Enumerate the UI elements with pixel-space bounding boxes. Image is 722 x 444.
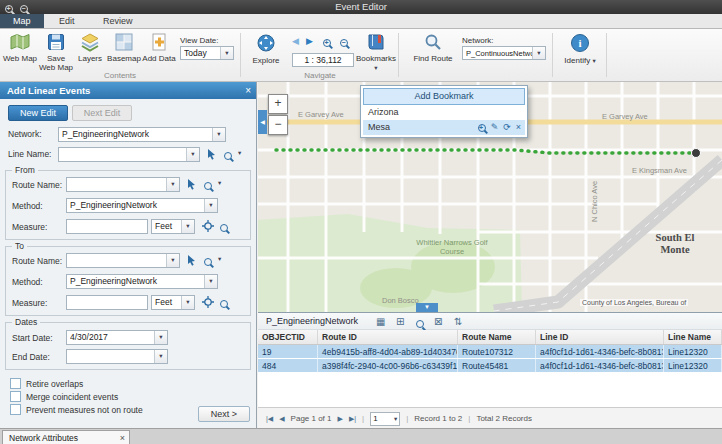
save-web-map-button[interactable]: Save Web Map: [38, 32, 74, 72]
retire-overlaps-checkbox[interactable]: Retire overlaps: [10, 378, 83, 389]
column-header[interactable]: Line Name: [664, 330, 722, 344]
search-measure-icon[interactable]: [220, 222, 228, 232]
next-button[interactable]: Next >: [198, 406, 250, 422]
scale-input[interactable]: 1 : 36,112: [292, 53, 354, 67]
pick-measure-on-map-icon[interactable]: [202, 220, 214, 234]
identify-button[interactable]: i Identify ▾: [558, 32, 602, 65]
open-table-icon[interactable]: ⊞: [396, 315, 404, 328]
checkbox-icon[interactable]: [10, 404, 21, 415]
network-select[interactable]: P_ContinuousNetwork ▾: [462, 46, 546, 60]
bookmarks-popup: Add Bookmark Arizona Mesa ✎ ⟳ ×: [360, 85, 528, 138]
add-data-button[interactable]: Add Data: [142, 32, 176, 63]
web-map-button[interactable]: Web Map: [2, 32, 38, 63]
from-measure-input[interactable]: [66, 219, 148, 234]
prevent-measures-checkbox[interactable]: Prevent measures not on route: [10, 404, 143, 415]
end-date-input[interactable]: ▾: [66, 349, 168, 364]
previous-page-icon[interactable]: ◀: [279, 415, 284, 423]
clear-selection-icon[interactable]: ⊠: [434, 315, 442, 328]
zoom-to-selection-icon[interactable]: [416, 317, 424, 330]
bookmark-item-arizona[interactable]: Arizona: [363, 105, 525, 120]
network-select[interactable]: P_EngineeringNetwork ▾: [58, 127, 226, 142]
chevron-down-icon[interactable]: ▾: [532, 47, 545, 59]
from-measure-unit-select[interactable]: Feet ▾: [151, 219, 195, 234]
chevron-down-icon[interactable]: ▾: [166, 254, 179, 267]
bookmark-delete-icon[interactable]: ×: [516, 120, 521, 135]
column-header[interactable]: Line ID: [536, 330, 664, 344]
chevron-down-icon[interactable]: ▾: [220, 47, 233, 59]
bookmark-edit-icon[interactable]: ✎: [491, 120, 499, 135]
checkbox-icon[interactable]: [10, 391, 21, 402]
tab-edit[interactable]: Edit: [46, 14, 88, 28]
zoom-out-tool-icon[interactable]: [340, 37, 348, 47]
merge-coincident-events-checkbox[interactable]: Merge coincident events: [10, 391, 118, 402]
search-route-icon[interactable]: [204, 256, 212, 266]
bookmark-item-mesa[interactable]: Mesa ✎ ⟳ ×: [363, 120, 525, 135]
chevron-down-icon[interactable]: ▾: [154, 350, 167, 363]
previous-extent-icon[interactable]: ◀: [292, 36, 299, 46]
checkbox-icon[interactable]: [10, 378, 21, 389]
tab-close-icon[interactable]: ×: [120, 431, 125, 444]
table-row[interactable]: 19 4eb9415b-aff8-4d04-ab89-1d40347682b2 …: [258, 345, 722, 359]
chevron-down-icon[interactable]: ▾: [154, 331, 167, 344]
chevron-down-icon[interactable]: ▾: [181, 296, 194, 309]
chevron-down-icon[interactable]: ▾: [186, 148, 199, 161]
chevron-down-icon[interactable]: ▾: [204, 199, 217, 212]
to-measure-unit-select[interactable]: Feet ▾: [151, 295, 195, 310]
chevron-down-icon[interactable]: ▾: [218, 255, 221, 263]
tab-network-attributes[interactable]: Network Attributes ×: [2, 430, 130, 444]
chevron-down-icon[interactable]: ▾: [218, 179, 221, 187]
panel-close-icon[interactable]: ×: [245, 82, 251, 99]
select-route-on-map-icon[interactable]: [186, 254, 197, 268]
to-measure-input[interactable]: [66, 295, 148, 310]
search-route-icon[interactable]: [204, 180, 212, 190]
bookmark-refresh-icon[interactable]: ⟳: [503, 120, 511, 135]
from-method-select[interactable]: P_EngineeringNetwork ▾: [66, 198, 218, 213]
new-edit-button[interactable]: New Edit: [8, 105, 68, 121]
map-zoom-in-button[interactable]: +: [268, 94, 288, 114]
pick-measure-on-map-icon[interactable]: [202, 296, 214, 310]
last-page-icon[interactable]: ▶|: [349, 415, 356, 423]
tab-review[interactable]: Review: [90, 14, 146, 28]
line-name-select[interactable]: ▾: [58, 147, 200, 162]
to-route-name-select[interactable]: ▾: [66, 253, 180, 268]
chevron-down-icon[interactable]: ▾: [181, 220, 194, 233]
select-line-on-map-icon[interactable]: [206, 148, 217, 162]
find-route-button[interactable]: Find Route: [410, 32, 456, 63]
select-route-on-map-icon[interactable]: [186, 178, 197, 192]
table-row[interactable]: 484 a398f4fc-2940-4c00-96b6-c63439f1711 …: [258, 359, 722, 373]
bookmark-zoom-to-icon[interactable]: [478, 120, 486, 135]
bookmarks-button[interactable]: Bookmarks ▾: [356, 32, 396, 72]
switch-table-icon[interactable]: ▦: [376, 315, 385, 328]
zoom-in-tool-icon[interactable]: [323, 37, 331, 47]
search-measure-icon[interactable]: [220, 298, 228, 308]
from-route-name-select[interactable]: ▾: [66, 177, 180, 192]
sort-icon[interactable]: ⇅: [454, 315, 462, 328]
map-zoom-out-button[interactable]: −: [268, 115, 288, 135]
start-date-input[interactable]: 4/30/2017 ▾: [66, 330, 168, 345]
next-page-icon[interactable]: ▶: [338, 415, 343, 423]
basemap-button[interactable]: Basemap: [106, 32, 142, 63]
chevron-down-icon[interactable]: ▾: [238, 149, 241, 157]
street-label: E Garvey Ave: [298, 110, 344, 119]
column-header[interactable]: OBJECTID: [258, 330, 318, 344]
column-header[interactable]: Route Name: [458, 330, 536, 344]
chevron-down-icon[interactable]: ▾: [166, 178, 179, 191]
explore-button[interactable]: Explore: [246, 32, 286, 65]
explore-icon: [246, 32, 286, 54]
first-page-icon[interactable]: |◀: [266, 415, 273, 423]
view-date-select[interactable]: Today ▾: [180, 46, 234, 60]
layers-button[interactable]: Layers: [74, 32, 106, 63]
map-attribution: County of Los Angeles, Bureau of: [580, 299, 688, 306]
chevron-down-icon[interactable]: ▾: [212, 128, 225, 141]
tab-map[interactable]: Map: [0, 14, 44, 28]
next-extent-icon[interactable]: ▶: [306, 36, 313, 46]
column-header[interactable]: Route ID: [318, 330, 458, 344]
search-line-icon[interactable]: [224, 150, 232, 160]
ribbon-divider: [240, 33, 241, 77]
add-bookmark-button[interactable]: Add Bookmark: [363, 88, 525, 105]
to-method-select[interactable]: P_EngineeringNetwork ▾: [66, 274, 218, 289]
table-panel-collapse-button[interactable]: ▼: [416, 303, 438, 312]
left-panel-collapse-button[interactable]: ◀: [258, 110, 267, 134]
chevron-down-icon[interactable]: ▾: [204, 275, 217, 288]
page-size-select[interactable]: 1 ▾: [370, 412, 400, 426]
